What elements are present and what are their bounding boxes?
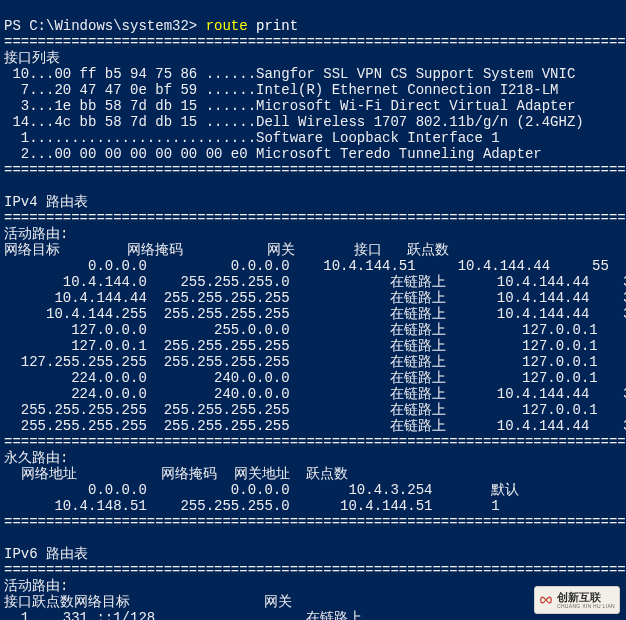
ipv4-row: 0.0.0.0 0.0.0.0 10.4.144.51 10.4.144.44 …	[4, 258, 609, 274]
iface-row: 2...00 00 00 00 00 00 00 e0 Microsoft Te…	[4, 146, 542, 162]
iface-row: 7...20 47 47 0e bf 59 ......Intel(R) Eth…	[4, 82, 559, 98]
cmd-print: print	[256, 18, 298, 34]
ipv6-header: IPv6 路由表	[4, 546, 88, 562]
ipv4-row: 10.4.144.0 255.255.255.0 在链路上 10.4.144.4…	[4, 274, 626, 290]
divider-line: ========================================…	[4, 562, 626, 578]
ipv4-row: 224.0.0.0 240.0.0.0 在链路上 10.4.144.44 331	[4, 386, 626, 402]
iface-row: 14...4c bb 58 7d db 15 ......Dell Wirele…	[4, 114, 584, 130]
ipv4-row: 255.255.255.255 255.255.255.255 在链路上 10.…	[4, 418, 626, 434]
ipv4-row: 255.255.255.255 255.255.255.255 在链路上 127…	[4, 402, 626, 418]
active-routes-header: 活动路由:	[4, 578, 68, 594]
active-routes-header: 活动路由:	[4, 226, 68, 242]
ipv6-columns: 接口跃点数网络目标 网关	[4, 594, 292, 610]
terminal-output: PS C:\Windows\system32> route print ====…	[0, 0, 626, 620]
divider-line: ========================================…	[4, 210, 626, 226]
divider-line: ========================================…	[4, 434, 626, 450]
interface-list-header: 接口列表	[4, 50, 60, 66]
ipv4-row: 127.255.255.255 255.255.255.255 在链路上 127…	[4, 354, 626, 370]
ipv4-header: IPv4 路由表	[4, 194, 88, 210]
iface-row: 3...1e bb 58 7d db 15 ......Microsoft Wi…	[4, 98, 575, 114]
watermark-badge: 创新互联 CHUANG XIN HU LIAN	[534, 586, 620, 614]
ipv4-row: 10.4.144.44 255.255.255.255 在链路上 10.4.14…	[4, 290, 626, 306]
ipv4-row: 127.0.0.0 255.0.0.0 在链路上 127.0.0.1 331	[4, 322, 626, 338]
ipv6-row: 1 331 ::1/128 在链路上	[4, 610, 362, 620]
divider-line: ========================================…	[4, 514, 626, 530]
iface-row: 10...00 ff b5 94 75 86 ......Sangfor SSL…	[4, 66, 575, 82]
ipv4-row: 10.4.144.255 255.255.255.255 在链路上 10.4.1…	[4, 306, 626, 322]
iface-row: 1...........................Software Loo…	[4, 130, 500, 146]
infinity-icon	[539, 593, 553, 607]
persistent-routes-header: 永久路由:	[4, 450, 68, 466]
persistent-columns: 网络地址 网络掩码 网关地址 跃点数	[4, 466, 348, 482]
prompt-path: PS C:\Windows\system32>	[4, 18, 206, 34]
cmd-route: route	[206, 18, 248, 34]
ipv4-row: 224.0.0.0 240.0.0.0 在链路上 127.0.0.1 331	[4, 370, 626, 386]
watermark-text: 创新互联	[557, 592, 615, 603]
divider-line: ========================================…	[4, 34, 626, 50]
ipv4-columns: 网络目标 网络掩码 网关 接口 跃点数	[4, 242, 449, 258]
prompt-line[interactable]: PS C:\Windows\system32> route print	[4, 18, 298, 34]
ipv4-row: 127.0.0.1 255.255.255.255 在链路上 127.0.0.1…	[4, 338, 626, 354]
divider-line: ========================================…	[4, 162, 626, 178]
persistent-row: 0.0.0.0 0.0.0.0 10.4.3.254 默认	[4, 482, 519, 498]
watermark-subtext: CHUANG XIN HU LIAN	[557, 603, 615, 609]
persistent-row: 10.4.148.51 255.255.255.0 10.4.144.51 1	[4, 498, 500, 514]
